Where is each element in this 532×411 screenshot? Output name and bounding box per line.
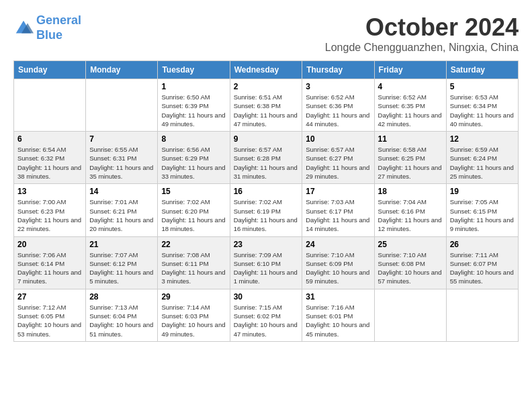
day-number: 11 (378, 134, 443, 144)
calendar-cell: 8Sunrise: 6:56 AM Sunset: 6:29 PM Daylig… (158, 132, 230, 184)
calendar-cell: 4Sunrise: 6:52 AM Sunset: 6:35 PM Daylig… (374, 79, 446, 132)
day-number: 14 (89, 187, 154, 196)
day-info: Sunrise: 6:57 AM Sunset: 6:28 PM Dayligh… (234, 145, 299, 181)
calendar-cell: 31Sunrise: 7:16 AM Sunset: 6:01 PM Dayli… (302, 289, 374, 341)
day-info: Sunrise: 7:10 AM Sunset: 6:08 PM Dayligh… (378, 250, 443, 286)
calendar-cell: 6Sunrise: 6:54 AM Sunset: 6:32 PM Daylig… (14, 132, 86, 184)
day-info: Sunrise: 7:08 AM Sunset: 6:11 PM Dayligh… (161, 250, 226, 286)
day-number: 13 (17, 187, 82, 196)
location: Longde Chengguanzhen, Ningxia, China (325, 42, 519, 54)
calendar-cell: 14Sunrise: 7:01 AM Sunset: 6:21 PM Dayli… (86, 184, 158, 236)
calendar-table: SundayMondayTuesdayWednesdayThursdayFrid… (13, 60, 519, 342)
calendar-cell (14, 79, 86, 132)
calendar-cell: 2Sunrise: 6:51 AM Sunset: 6:38 PM Daylig… (230, 79, 302, 132)
calendar-cell: 25Sunrise: 7:10 AM Sunset: 6:08 PM Dayli… (374, 236, 446, 289)
day-number: 31 (306, 292, 370, 302)
day-number: 5 (450, 82, 515, 91)
weekday-header-thursday: Thursday (302, 61, 374, 79)
day-number: 19 (450, 187, 515, 196)
calendar-cell: 23Sunrise: 7:09 AM Sunset: 6:10 PM Dayli… (230, 236, 302, 289)
day-number: 2 (234, 82, 299, 91)
logo-text: General Blue (36, 13, 81, 42)
day-info: Sunrise: 7:02 AM Sunset: 6:20 PM Dayligh… (161, 197, 226, 233)
calendar-cell: 28Sunrise: 7:13 AM Sunset: 6:04 PM Dayli… (86, 289, 158, 341)
day-number: 30 (234, 292, 299, 302)
calendar-cell: 22Sunrise: 7:08 AM Sunset: 6:11 PM Dayli… (158, 236, 230, 289)
calendar-cell: 3Sunrise: 6:52 AM Sunset: 6:36 PM Daylig… (302, 79, 374, 132)
day-info: Sunrise: 7:05 AM Sunset: 6:15 PM Dayligh… (450, 197, 515, 233)
calendar-cell: 9Sunrise: 6:57 AM Sunset: 6:28 PM Daylig… (230, 132, 302, 184)
calendar-cell: 27Sunrise: 7:12 AM Sunset: 6:05 PM Dayli… (14, 289, 86, 341)
day-number: 10 (306, 134, 370, 144)
weekday-header-tuesday: Tuesday (158, 61, 230, 79)
calendar-cell: 18Sunrise: 7:04 AM Sunset: 6:16 PM Dayli… (374, 184, 446, 236)
day-number: 22 (161, 240, 226, 249)
calendar-week-row: 27Sunrise: 7:12 AM Sunset: 6:05 PM Dayli… (14, 289, 519, 341)
day-info: Sunrise: 7:14 AM Sunset: 6:03 PM Dayligh… (161, 303, 226, 338)
calendar-cell: 15Sunrise: 7:02 AM Sunset: 6:20 PM Dayli… (158, 184, 230, 236)
day-number: 7 (89, 134, 154, 144)
calendar-week-row: 6Sunrise: 6:54 AM Sunset: 6:32 PM Daylig… (14, 132, 519, 184)
day-info: Sunrise: 6:50 AM Sunset: 6:39 PM Dayligh… (161, 93, 226, 128)
calendar-cell: 5Sunrise: 6:53 AM Sunset: 6:34 PM Daylig… (446, 79, 518, 132)
day-info: Sunrise: 7:13 AM Sunset: 6:04 PM Dayligh… (89, 303, 154, 338)
day-number: 18 (378, 187, 443, 196)
calendar-cell: 24Sunrise: 7:10 AM Sunset: 6:09 PM Dayli… (302, 236, 374, 289)
day-number: 17 (306, 187, 370, 196)
day-number: 1 (161, 82, 226, 91)
day-number: 3 (306, 82, 370, 91)
calendar-cell: 26Sunrise: 7:11 AM Sunset: 6:07 PM Dayli… (446, 236, 518, 289)
logo-line2: Blue (36, 28, 62, 42)
day-number: 8 (161, 134, 226, 144)
day-info: Sunrise: 7:12 AM Sunset: 6:05 PM Dayligh… (17, 303, 82, 338)
day-info: Sunrise: 6:58 AM Sunset: 6:25 PM Dayligh… (378, 145, 443, 181)
day-number: 27 (17, 292, 82, 302)
day-number: 23 (234, 240, 299, 249)
day-info: Sunrise: 7:02 AM Sunset: 6:19 PM Dayligh… (234, 197, 299, 233)
calendar-cell: 10Sunrise: 6:57 AM Sunset: 6:27 PM Dayli… (302, 132, 374, 184)
day-info: Sunrise: 7:04 AM Sunset: 6:16 PM Dayligh… (378, 197, 443, 233)
day-number: 4 (378, 82, 443, 91)
day-info: Sunrise: 7:03 AM Sunset: 6:17 PM Dayligh… (306, 197, 370, 233)
day-info: Sunrise: 6:55 AM Sunset: 6:31 PM Dayligh… (89, 145, 154, 181)
day-info: Sunrise: 7:00 AM Sunset: 6:23 PM Dayligh… (17, 197, 82, 233)
day-number: 25 (378, 240, 443, 249)
calendar-week-row: 20Sunrise: 7:06 AM Sunset: 6:14 PM Dayli… (14, 236, 519, 289)
day-number: 20 (17, 240, 82, 249)
weekday-header-wednesday: Wednesday (230, 61, 302, 79)
day-info: Sunrise: 7:07 AM Sunset: 6:12 PM Dayligh… (89, 250, 154, 286)
calendar-cell (374, 289, 446, 341)
day-info: Sunrise: 6:51 AM Sunset: 6:38 PM Dayligh… (234, 93, 299, 128)
day-info: Sunrise: 6:56 AM Sunset: 6:29 PM Dayligh… (161, 145, 226, 181)
calendar-cell: 30Sunrise: 7:15 AM Sunset: 6:02 PM Dayli… (230, 289, 302, 341)
weekday-header-row: SundayMondayTuesdayWednesdayThursdayFrid… (14, 61, 519, 79)
day-info: Sunrise: 6:57 AM Sunset: 6:27 PM Dayligh… (306, 145, 370, 181)
calendar-cell: 29Sunrise: 7:14 AM Sunset: 6:03 PM Dayli… (158, 289, 230, 341)
weekday-header-friday: Friday (374, 61, 446, 79)
calendar-cell: 16Sunrise: 7:02 AM Sunset: 6:19 PM Dayli… (230, 184, 302, 236)
logo: General Blue (13, 13, 81, 42)
day-info: Sunrise: 6:53 AM Sunset: 6:34 PM Dayligh… (450, 93, 515, 128)
day-number: 16 (234, 187, 299, 196)
weekday-header-sunday: Sunday (14, 61, 86, 79)
calendar-cell (86, 79, 158, 132)
calendar-cell: 7Sunrise: 6:55 AM Sunset: 6:31 PM Daylig… (86, 132, 158, 184)
day-info: Sunrise: 6:54 AM Sunset: 6:32 PM Dayligh… (17, 145, 82, 181)
day-number: 24 (306, 240, 370, 249)
title-block: October 2024 Longde Chengguanzhen, Ningx… (325, 13, 519, 54)
day-number: 15 (161, 187, 226, 196)
calendar-cell: 1Sunrise: 6:50 AM Sunset: 6:39 PM Daylig… (158, 79, 230, 132)
weekday-header-saturday: Saturday (446, 61, 518, 79)
day-info: Sunrise: 7:10 AM Sunset: 6:09 PM Dayligh… (306, 250, 370, 286)
calendar-cell: 21Sunrise: 7:07 AM Sunset: 6:12 PM Dayli… (86, 236, 158, 289)
day-info: Sunrise: 7:16 AM Sunset: 6:01 PM Dayligh… (306, 303, 370, 338)
calendar-cell: 19Sunrise: 7:05 AM Sunset: 6:15 PM Dayli… (446, 184, 518, 236)
calendar-cell (446, 289, 518, 341)
day-number: 9 (234, 134, 299, 144)
day-info: Sunrise: 6:52 AM Sunset: 6:35 PM Dayligh… (378, 93, 443, 128)
day-number: 6 (17, 134, 82, 144)
calendar-cell: 20Sunrise: 7:06 AM Sunset: 6:14 PM Dayli… (14, 236, 86, 289)
page-header: General Blue October 2024 Longde Chenggu… (13, 13, 519, 54)
calendar-cell: 13Sunrise: 7:00 AM Sunset: 6:23 PM Dayli… (14, 184, 86, 236)
calendar-week-row: 1Sunrise: 6:50 AM Sunset: 6:39 PM Daylig… (14, 79, 519, 132)
